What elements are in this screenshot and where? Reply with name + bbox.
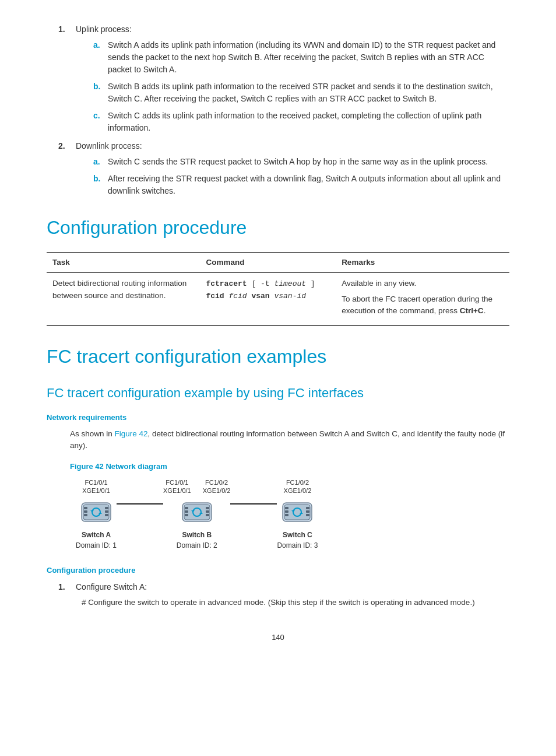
switch-b-domain: Domain ID: 2 xyxy=(177,540,217,551)
list-item-2a: Switch C sends the STR request packet to… xyxy=(93,156,509,168)
switch-c-icon xyxy=(280,497,315,527)
fc-tracert-subheading: FC tracert configuration example by usin… xyxy=(47,383,509,402)
switch-b-icon xyxy=(180,497,214,527)
list-item-1c: Switch C adds its uplink path informatio… xyxy=(93,110,509,134)
svg-rect-17 xyxy=(206,514,209,516)
switch-b-ports-top: FC1/0/1 XGE1/0/1 FC1/0/2 XGE1/0/2 xyxy=(163,478,230,495)
switch-a-ports-top: FC1/0/1 XGE1/0/1 xyxy=(82,478,110,495)
config-step-1-desc: # Configure the switch to operate in adv… xyxy=(82,597,509,608)
table-col-remarks: Remarks xyxy=(336,253,509,272)
svg-rect-23 xyxy=(285,510,288,513)
cmd-bracket-close: ] xyxy=(306,279,315,288)
cmd-fcid-val: fcid xyxy=(224,292,252,300)
switch-b-block: FC1/0/1 XGE1/0/1 FC1/0/2 XGE1/0/2 xyxy=(163,478,230,551)
svg-rect-27 xyxy=(306,514,309,516)
switch-a-label: Switch A xyxy=(82,530,111,540)
cmd-timeout: timeout xyxy=(274,279,306,288)
switch-c-port1: FC1/0/2 xyxy=(286,479,309,486)
switch-c-block: FC1/0/2 XGE1/0/2 Switch C Domain ID: 3 xyxy=(277,478,318,551)
table-cell-command: fctracert [ -t timeout ] fcid fcid vsan … xyxy=(200,272,336,326)
table-cell-task: Detect bidirectional routing information… xyxy=(47,272,200,326)
cmd-bracket-t: [ -t xyxy=(247,279,275,288)
switch-c-port2: XGE1/0/2 xyxy=(284,487,312,494)
svg-rect-4 xyxy=(84,514,87,516)
svg-rect-25 xyxy=(306,507,309,509)
svg-rect-13 xyxy=(185,510,188,513)
switch-b-ports-right: FC1/0/2 XGE1/0/2 xyxy=(203,478,231,495)
switch-c-ports-top: FC1/0/2 XGE1/0/2 xyxy=(284,478,312,495)
list-item-1-label: Uplink process: xyxy=(76,24,132,34)
list-item-1b: Switch B adds its uplink path informatio… xyxy=(93,80,509,105)
svg-rect-6 xyxy=(105,510,108,513)
switch-c-label: Switch C xyxy=(283,530,312,540)
list-item-2-label: Downlink process: xyxy=(76,141,142,150)
alpha-list-1: Switch A adds its uplink path informatio… xyxy=(76,39,509,134)
remark-period: . xyxy=(484,306,486,315)
table-col-command: Command xyxy=(200,253,336,272)
config-step-1-label: Configure Switch A: xyxy=(76,582,147,592)
list-item-2b: After receiving the STR request packet w… xyxy=(93,173,509,197)
remark-ctrl-c: Ctrl+C xyxy=(460,306,484,315)
svg-rect-12 xyxy=(185,507,188,509)
switch-b-port1: FC1/0/1 xyxy=(166,479,188,486)
svg-rect-16 xyxy=(206,510,209,513)
figure-42-block: Figure 42 Network diagram FC1/0/1 XGE1/0… xyxy=(70,461,509,551)
config-proc-sub-heading: Configuration procedure xyxy=(47,565,509,576)
svg-rect-24 xyxy=(285,514,288,516)
conn-bc xyxy=(230,478,277,505)
conn-ab-line xyxy=(117,503,163,505)
cmd-fctracert: fctracert xyxy=(206,279,247,288)
switch-a-icon xyxy=(79,497,114,527)
switch-a-port1: FC1/0/1 xyxy=(85,479,107,486)
conn-ab xyxy=(117,478,163,505)
switch-b-ports-left: FC1/0/1 XGE1/0/1 xyxy=(163,478,191,495)
remark-line2: To abort the FC tracert operation during… xyxy=(342,293,504,317)
switch-a-block: FC1/0/1 XGE1/0/1 xyxy=(76,478,117,551)
cmd-fcid-kw: fcid xyxy=(206,292,224,300)
list-item-1a: Switch A adds its uplink path informatio… xyxy=(93,39,509,76)
switch-b-port4: XGE1/0/2 xyxy=(203,487,231,494)
fc-tracert-heading: FC tracert configuration examples xyxy=(47,342,509,370)
svg-rect-3 xyxy=(84,510,87,513)
switch-a-domain: Domain ID: 1 xyxy=(76,540,117,551)
switch-a-port2: XGE1/0/1 xyxy=(82,487,110,494)
network-requirements-heading: Network requirements xyxy=(47,412,509,424)
network-req-para: As shown in Figure 42, detect bidirectio… xyxy=(70,428,509,452)
network-diagram: FC1/0/1 XGE1/0/1 xyxy=(76,478,509,551)
cmd-vsan-val: vsan-id xyxy=(270,292,306,300)
config-procedure-heading: Configuration procedure xyxy=(47,214,509,242)
table-row: Detect bidirectional routing information… xyxy=(47,272,509,326)
cmd-vsan-kw: vsan xyxy=(251,292,269,300)
figure-caption: Figure 42 Network diagram xyxy=(70,461,509,473)
svg-rect-7 xyxy=(105,514,108,516)
svg-rect-26 xyxy=(306,510,309,513)
svg-rect-14 xyxy=(185,514,188,516)
svg-rect-22 xyxy=(285,507,288,509)
remark-line1: Available in any view. xyxy=(342,278,504,289)
conn-bc-line xyxy=(230,503,277,505)
switch-b-label: Switch B xyxy=(182,530,212,540)
list-item-2: Downlink process: Switch C sends the STR… xyxy=(58,140,509,197)
table-col-task: Task xyxy=(47,253,200,272)
task-text: Detect bidirectional routing information… xyxy=(52,279,186,299)
switch-b-port2: XGE1/0/1 xyxy=(163,487,191,494)
config-steps-list: Configure Switch A: # Configure the swit… xyxy=(47,581,509,608)
main-list: Uplink process: Switch A adds its uplink… xyxy=(47,23,509,197)
svg-rect-5 xyxy=(105,507,108,509)
config-table: Task Command Remarks Detect bidirectiona… xyxy=(47,252,509,326)
page-number: 140 xyxy=(47,632,509,643)
switch-b-port3: FC1/0/2 xyxy=(205,479,228,486)
network-req-text1: As shown in xyxy=(70,429,115,438)
svg-rect-2 xyxy=(84,507,87,509)
svg-rect-15 xyxy=(206,507,209,509)
table-cell-remarks: Available in any view. To abort the FC t… xyxy=(336,272,509,326)
figure-42-link[interactable]: Figure 42 xyxy=(115,429,148,438)
switch-c-domain: Domain ID: 3 xyxy=(277,540,318,551)
list-item-1: Uplink process: Switch A adds its uplink… xyxy=(58,23,509,134)
config-step-1: Configure Switch A: # Configure the swit… xyxy=(58,581,509,608)
alpha-list-2: Switch C sends the STR request packet to… xyxy=(76,156,509,197)
